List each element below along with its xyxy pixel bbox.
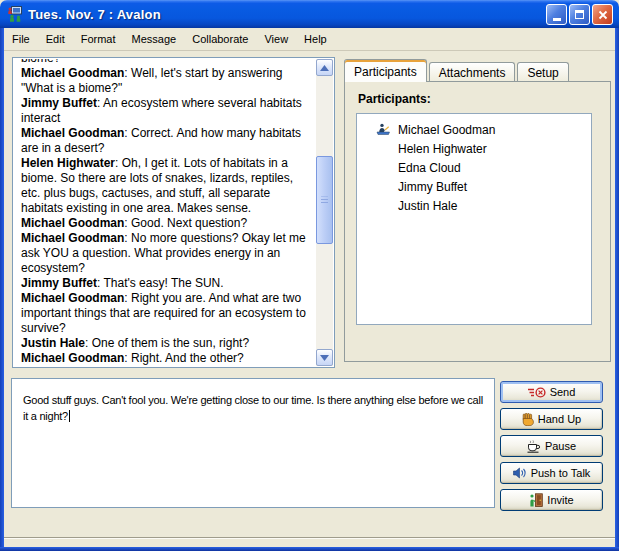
push-to-talk-label: Push to Talk [531, 467, 591, 479]
message-text: That's easy! The SUN. [103, 276, 223, 290]
participant-row[interactable]: Justin Hale [357, 196, 591, 215]
speaker-name: Helen Highwater [21, 156, 115, 170]
chat-message: Justin Hale: One of them is the sun, rig… [21, 336, 312, 351]
send-button[interactable]: Send [500, 381, 603, 403]
tab[interactable]: Participants [344, 59, 427, 82]
participants-label: Participants: [358, 92, 431, 106]
window-controls [546, 4, 613, 25]
scrollbar-thumb[interactable] [316, 156, 333, 244]
invite-label: Invite [547, 494, 573, 506]
thumb-grip [321, 197, 328, 204]
status-bar [4, 537, 615, 539]
tab[interactable]: Attachments [429, 62, 516, 81]
chevron-down-icon [320, 355, 329, 361]
menu-item[interactable]: Message [124, 30, 185, 48]
participants-panel: Participants: Michael Goodman [344, 81, 611, 362]
speaker-name: Jimmy Buffet [21, 96, 97, 110]
close-button[interactable] [592, 4, 613, 25]
pause-icon [527, 440, 541, 453]
name-separator: : [85, 336, 92, 350]
tab[interactable]: Setup [517, 62, 568, 81]
participant-row[interactable]: Edna Cloud [357, 158, 591, 177]
chat-message: Michael Goodman: Well, let's start by an… [21, 66, 312, 96]
invite-icon [529, 493, 543, 507]
participants-list[interactable]: Michael Goodman Helen Highwater [356, 113, 592, 325]
menu-item[interactable]: View [256, 30, 296, 48]
window-border-bottom [0, 547, 619, 551]
participant-name: Helen Highwater [398, 142, 487, 156]
scroll-up-button[interactable] [316, 59, 333, 76]
pause-label: Pause [545, 440, 576, 452]
window-title: Tues. Nov. 7 : Avalon [28, 7, 161, 22]
speaker-name: Michael Goodman [21, 231, 124, 245]
minimize-button[interactable] [546, 4, 567, 25]
close-icon [598, 10, 608, 20]
chat-scrollbar[interactable] [316, 59, 333, 366]
composer-text: Good stuff guys. Can't fool you. We're g… [23, 394, 483, 422]
chat-message: Michael Goodman: Good. Next question? [21, 216, 312, 231]
message-text: biome? [21, 59, 60, 65]
name-separator: : [115, 156, 122, 170]
message-text: One of them is the sun, right? [92, 336, 249, 350]
participant-name: Michael Goodman [398, 123, 495, 137]
hand-up-icon [522, 413, 534, 426]
speaker-name: Michael Goodman [21, 126, 124, 140]
chat-message: Michael Goodman: Correct. And how many h… [21, 126, 312, 156]
speaker-name: Michael Goodman [21, 291, 124, 305]
tab-strip: ParticipantsAttachmentsSetup [344, 59, 569, 81]
chat-message: Jimmy Buffet: An ecosystem where several… [21, 96, 312, 126]
menu-item[interactable]: File [4, 30, 38, 48]
menu-item[interactable]: Help [296, 30, 335, 48]
menu-item[interactable]: Format [73, 30, 124, 48]
push-to-talk-icon [513, 467, 527, 479]
message-input[interactable]: Good stuff guys. Can't fool you. We're g… [11, 378, 495, 508]
invite-button[interactable]: Invite [500, 489, 603, 511]
message-text: Good. Next question? [131, 216, 247, 230]
hand-up-button[interactable]: Hand Up [500, 408, 603, 430]
menu-item[interactable]: Edit [38, 30, 73, 48]
push-to-talk-button[interactable]: Push to Talk [500, 462, 603, 484]
hand-up-label: Hand Up [538, 413, 581, 425]
chat-message: Michael Goodman: Right. And the other? [21, 351, 312, 366]
menu-bar: FileEditFormatMessageCollaborateViewHelp [4, 28, 615, 51]
participant-name: Justin Hale [398, 199, 457, 213]
participant-name: Edna Cloud [398, 161, 461, 175]
text-caret [69, 410, 70, 422]
speaker-name: Jimmy Buffet [21, 276, 97, 290]
participant-name: Jimmy Buffet [398, 180, 467, 194]
maximize-button[interactable] [569, 4, 590, 25]
chat-transcript[interactable]: biome?Michael Goodman: Well, let's start… [12, 57, 335, 368]
message-text: Right. And the other? [131, 351, 244, 365]
app-window: Tues. Nov. 7 : Avalon FileEditFormatMess… [0, 0, 619, 551]
chat-message: biome? [21, 59, 312, 66]
speaker-name: Justin Hale [21, 336, 85, 350]
chat-message: Jimmy Buffet: That's easy! The SUN. [21, 276, 312, 291]
app-icon [7, 6, 23, 22]
chat-message: Michael Goodman: Right you are. And what… [21, 291, 312, 336]
speaker-name: Michael Goodman [21, 66, 124, 80]
send-label: Send [550, 386, 576, 398]
chat-messages: biome?Michael Goodman: Well, let's start… [14, 59, 316, 366]
participant-row[interactable]: Jimmy Buffet [357, 177, 591, 196]
chat-message: Michael Goodman: No more questions? Okay… [21, 231, 312, 276]
send-icon [528, 387, 546, 398]
minimize-icon [553, 18, 561, 21]
menu-item[interactable]: Collaborate [184, 30, 256, 48]
chevron-up-icon [320, 65, 329, 71]
speaker-name: Michael Goodman [21, 351, 124, 365]
titlebar[interactable]: Tues. Nov. 7 : Avalon [0, 0, 619, 28]
pause-button[interactable]: Pause [500, 435, 603, 457]
chat-message: Helen Highwater: Oh, I get it. Lots of h… [21, 156, 312, 216]
participant-row[interactable]: Helen Highwater [357, 139, 591, 158]
scroll-down-button[interactable] [316, 349, 333, 366]
window-border-right [615, 28, 619, 551]
typing-icon [376, 123, 392, 136]
participant-row[interactable]: Michael Goodman [357, 120, 591, 139]
window-border-left [0, 28, 4, 551]
speaker-name: Michael Goodman [21, 216, 124, 230]
maximize-icon [575, 10, 584, 19]
